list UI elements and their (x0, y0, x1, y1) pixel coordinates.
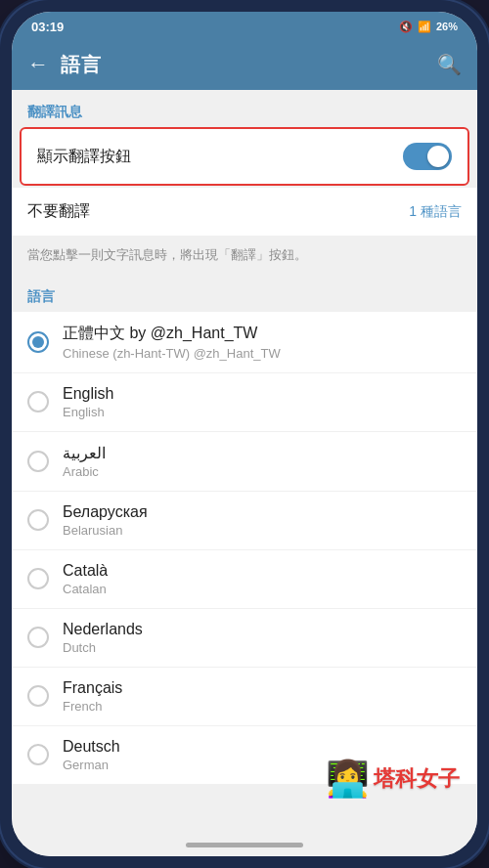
lang-text: FrançaisFrench (63, 679, 122, 714)
lang-name: Беларуская (63, 503, 148, 521)
radio-button[interactable] (27, 509, 49, 531)
lang-sub: Chinese (zh-Hant-TW) @zh_Hant_TW (63, 346, 281, 361)
status-bar: 03:19 🔇 📶 26% (12, 12, 477, 39)
radio-button[interactable] (27, 331, 49, 353)
lang-text: DeutschGerman (63, 738, 120, 772)
lang-sub: French (63, 699, 122, 714)
language-item[interactable]: 正體中文 by @zh_Hant_TWChinese (zh-Hant-TW) … (12, 312, 477, 373)
no-translate-row[interactable]: 不要翻譯 1 種語言 (12, 188, 477, 236)
lang-sub: German (63, 758, 120, 772)
radio-button[interactable] (27, 627, 49, 648)
radio-button[interactable] (27, 391, 49, 412)
mute-icon: 🔇 (399, 21, 413, 33)
lang-text: العربيةArabic (63, 444, 106, 479)
lang-sub: English (63, 405, 113, 419)
translate-toggle[interactable] (403, 143, 452, 170)
language-item[interactable]: العربيةArabic (12, 432, 477, 492)
lang-text: CatalàCatalan (63, 562, 108, 596)
lang-sub: Belarusian (63, 523, 148, 538)
language-item[interactable]: БеларускаяBelarusian (12, 492, 477, 550)
radio-button[interactable] (27, 568, 49, 589)
language-list: 正體中文 by @zh_Hant_TWChinese (zh-Hant-TW) … (12, 312, 477, 785)
translation-section-label: 翻譯訊息 (12, 90, 477, 127)
back-button[interactable]: ← (27, 52, 49, 77)
lang-name: 正體中文 by @zh_Hant_TW (63, 324, 281, 344)
radio-button[interactable] (27, 451, 49, 472)
battery-text: 26% (436, 21, 458, 32)
watermark-text: 塔科女子 (374, 764, 460, 794)
no-translate-label: 不要翻譯 (27, 201, 90, 222)
phone-screen: 03:19 🔇 📶 26% ← 語言 🔍 翻譯訊息 顯示翻譯按鈕 (12, 12, 477, 856)
language-section-label: 語言 (12, 279, 477, 312)
watermark-emoji: 👩‍💻 (326, 759, 370, 800)
language-item[interactable]: NederlandsDutch (12, 609, 477, 668)
lang-text: БеларускаяBelarusian (63, 503, 148, 538)
lang-text: NederlandsDutch (63, 621, 143, 655)
lang-sub: Arabic (63, 464, 106, 479)
lang-name: العربية (63, 444, 106, 462)
status-icons: 🔇 📶 26% (399, 21, 458, 33)
lang-name: Deutsch (63, 738, 120, 756)
radio-inner (32, 336, 44, 348)
content-area: 翻譯訊息 顯示翻譯按鈕 不要翻譯 1 種語言 當您點擊一則文字訊息時，將出現「翻… (12, 90, 477, 833)
lang-text: EnglishEnglish (63, 385, 113, 419)
lang-sub: Dutch (63, 640, 143, 655)
radio-button[interactable] (27, 744, 49, 765)
lang-name: English (63, 385, 113, 403)
status-time: 03:19 (31, 20, 64, 34)
language-item[interactable]: CatalàCatalan (12, 550, 477, 609)
lang-name: Nederlands (63, 621, 143, 638)
language-item[interactable]: EnglishEnglish (12, 373, 477, 432)
radio-button[interactable] (27, 685, 49, 707)
lang-sub: Catalan (63, 582, 108, 596)
search-button[interactable]: 🔍 (437, 53, 462, 76)
language-item[interactable]: FrançaisFrench (12, 668, 477, 726)
lang-name: Français (63, 679, 122, 697)
toggle-label: 顯示翻譯按鈕 (37, 147, 131, 167)
show-translate-button-row[interactable]: 顯示翻譯按鈕 (20, 127, 469, 186)
page-title: 語言 (61, 52, 437, 78)
watermark: 👩‍💻 塔科女子 (326, 759, 460, 800)
no-translate-count: 1 種語言 (409, 203, 462, 221)
phone-frame: 03:19 🔇 📶 26% ← 語言 🔍 翻譯訊息 顯示翻譯按鈕 (0, 0, 489, 868)
lang-text: 正體中文 by @zh_Hant_TWChinese (zh-Hant-TW) … (63, 324, 281, 361)
description-text: 當您點擊一則文字訊息時，將出現「翻譯」按鈕。 (12, 236, 477, 279)
wifi-icon: 📶 (418, 21, 431, 33)
home-indicator (186, 843, 303, 847)
home-bar (12, 833, 477, 856)
nav-bar: ← 語言 🔍 (12, 39, 477, 90)
lang-name: Català (63, 562, 108, 580)
